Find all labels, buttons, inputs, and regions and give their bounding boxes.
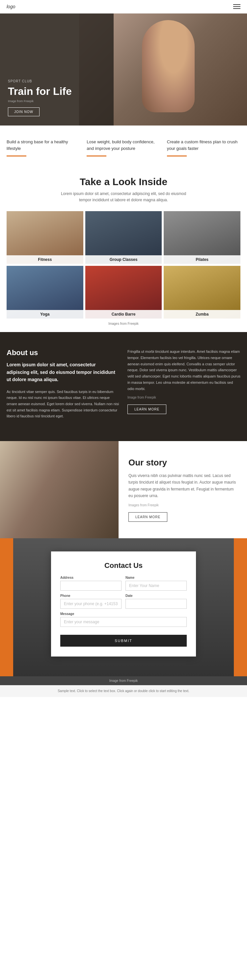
gallery-grid: Fitness Group Classes Pilates Yoga Cardi…	[6, 211, 241, 318]
story-section: Our story Quis viverra nibh cras pulvina…	[0, 441, 247, 538]
message-group: Message	[60, 612, 187, 627]
story-credit: Images from Freepik	[128, 503, 237, 507]
contact-section: Contact Us Address Name Phone Date M	[0, 538, 247, 676]
gallery-item-cardio-barre[interactable]: Cardio Barre	[85, 266, 162, 318]
story-learn-more-button[interactable]: LEARN MORE	[128, 512, 167, 522]
story-text: Quis viverra nibh cras pulvinar mattis n…	[128, 473, 237, 500]
submit-button[interactable]: SUBMIT	[60, 635, 187, 647]
gallery-title: Take a Look Inside	[6, 176, 241, 188]
phone-group: Phone	[60, 594, 121, 609]
hero-section: SPORT CLUB Train for Life Image from Fre…	[0, 14, 247, 126]
about-right-text: Fringilla ut morbi tincidunt augue inter…	[127, 348, 241, 392]
feature-1-text: Build a strong base for a healthy lifest…	[6, 139, 80, 151]
contact-accent-right	[234, 538, 247, 676]
features-section: Build a strong base for a healthy lifest…	[0, 126, 247, 166]
hero-title: Train for Life	[8, 85, 106, 97]
gallery-label-group-classes: Group Classes	[85, 255, 162, 264]
feature-1-line	[6, 156, 26, 156]
about-heading: About us	[6, 348, 120, 357]
hero-overlay: SPORT CLUB Train for Life Image from Fre…	[0, 14, 114, 126]
contact-box: Contact Us Address Name Phone Date M	[51, 551, 196, 657]
gallery-label-zumba: Zumba	[164, 310, 241, 318]
story-title: Our story	[128, 458, 237, 468]
feature-2: Lose weight, build body confidence, and …	[87, 139, 160, 156]
gallery-item-group-classes[interactable]: Group Classes	[85, 211, 162, 264]
address-group: Address	[60, 576, 121, 591]
about-left: About us Lorem ipsum dolor sit amet, con…	[6, 348, 120, 425]
navbar: logo	[0, 0, 247, 14]
gallery-label-yoga: Yoga	[6, 310, 83, 318]
phone-label: Phone	[60, 594, 121, 598]
gallery-label-pilates: Pilates	[164, 255, 241, 264]
hero-sport-label: SPORT CLUB	[8, 80, 106, 83]
story-image-inner	[0, 441, 119, 538]
message-input[interactable]	[60, 617, 187, 627]
feature-1: Build a strong base for a healthy lifest…	[6, 139, 80, 156]
hero-credit: Image from Freepik	[8, 99, 106, 103]
gallery-section: Take a Look Inside Lorem ipsum dolor sit…	[0, 166, 247, 332]
gallery-label-cardio-barre: Cardio Barre	[85, 310, 162, 318]
feature-2-line	[87, 156, 107, 156]
about-body: Ac tincidunt vitae semper quis. Sed fauc…	[6, 389, 120, 419]
date-label: Date	[126, 594, 187, 598]
about-intro: Lorem ipsum dolor sit amet, consectetur …	[6, 361, 120, 383]
gallery-item-zumba[interactable]: Zumba	[164, 266, 241, 318]
phone-input[interactable]	[60, 599, 121, 609]
gallery-item-fitness[interactable]: Fitness	[6, 211, 83, 264]
form-row-3: Message	[60, 612, 187, 627]
gallery-label-fitness: Fitness	[6, 255, 83, 264]
about-learn-more-button[interactable]: LEARN MORE	[127, 404, 166, 414]
about-section: About us Lorem ipsum dolor sit amet, con…	[0, 332, 247, 441]
footer-sample-text: Sample text. Click to select the text bo…	[0, 685, 247, 697]
story-image	[0, 441, 119, 538]
name-group: Name	[126, 576, 187, 591]
contact-accent-left	[0, 538, 13, 676]
form-row-2: Phone Date	[60, 594, 187, 609]
gallery-credit: Images from Freepik	[6, 322, 241, 325]
gallery-subtitle: Lorem ipsum dolor sit amet, consectetur …	[54, 191, 193, 203]
gallery-item-yoga[interactable]: Yoga	[6, 266, 83, 318]
name-input[interactable]	[126, 581, 187, 591]
about-credit: Image from Freepik	[127, 396, 241, 399]
feature-3: Create a custom fitness plan to crush yo…	[167, 139, 241, 156]
feature-3-line	[167, 156, 187, 156]
hamburger-menu[interactable]	[233, 4, 241, 9]
address-label: Address	[60, 576, 121, 579]
contact-title: Contact Us	[60, 561, 187, 570]
feature-3-text: Create a custom fitness plan to crush yo…	[167, 139, 241, 151]
name-label: Name	[126, 576, 187, 579]
form-row-1: Address Name	[60, 576, 187, 591]
join-now-button[interactable]: JOIN NOW	[8, 107, 40, 116]
date-group: Date	[126, 594, 187, 609]
message-label: Message	[60, 612, 187, 616]
address-input[interactable]	[60, 581, 121, 591]
contact-credit: Image from Freepik	[0, 676, 247, 685]
logo: logo	[6, 4, 15, 9]
gallery-item-pilates[interactable]: Pilates	[164, 211, 241, 264]
about-right: Fringilla ut morbi tincidunt augue inter…	[127, 348, 241, 425]
story-content: Our story Quis viverra nibh cras pulvina…	[119, 441, 247, 538]
date-input[interactable]	[126, 599, 187, 609]
feature-2-text: Lose weight, build body confidence, and …	[87, 139, 160, 151]
